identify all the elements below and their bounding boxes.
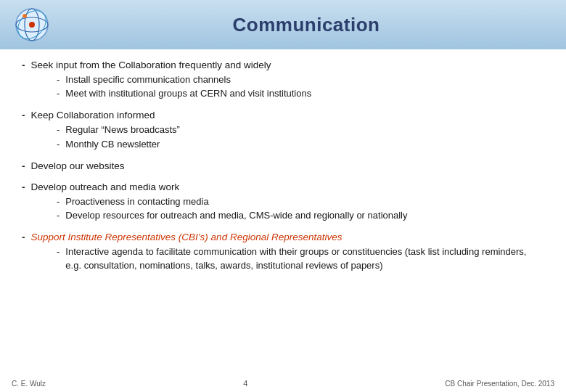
svg-point-5	[22, 14, 27, 18]
bullet-sub-4-1: - Proactiveness in contacting media	[57, 195, 544, 209]
dash-sub-4-1: -	[57, 195, 60, 209]
bullet-section-5: - Support Institute Representatives (CBI…	[22, 230, 544, 272]
bullet-main-1: - Seek input from the Collaboration freq…	[22, 58, 544, 73]
svg-point-4	[29, 22, 35, 28]
dash-sub-1-2: -	[57, 87, 60, 101]
footer-date: CB Chair Presentation, Dec. 2013	[445, 380, 554, 388]
footer-author: C. E. Wulz	[12, 380, 46, 388]
dash-sub-2-1: -	[57, 123, 60, 137]
bullet-sub-text-2-1: Regular “News broadcasts”	[65, 123, 544, 137]
bullet-section-4: - Develop outreach and media work - Proa…	[22, 180, 544, 223]
dash-3: -	[22, 159, 25, 173]
dash-sub-1-1: -	[57, 73, 60, 87]
bullet-main-3: - Develop our websites	[22, 159, 544, 173]
bullet-sub-text-5-1: Interactive agenda to facilitate communi…	[65, 245, 544, 273]
bullet-text-4: Develop outreach and media work	[31, 180, 545, 195]
bullet-main-4: - Develop outreach and media work	[22, 180, 544, 195]
footer-page-number: 4	[243, 379, 247, 388]
dash-4: -	[22, 180, 25, 195]
bullet-text-5: Support Institute Representatives (CBI’s…	[31, 230, 545, 245]
bullet-sub-text-1-1: Install specific communication channels	[65, 73, 544, 87]
dash-sub-2-2: -	[57, 138, 60, 152]
header: Communication	[0, 0, 566, 49]
logo-icon	[15, 7, 49, 42]
bullet-sub-text-4-2: Develop resources for outreach and media…	[65, 209, 544, 223]
bullet-sub-4-2: - Develop resources for outreach and med…	[57, 209, 544, 223]
bullet-main-2: - Keep Collaboration informed	[22, 108, 544, 123]
footer: C. E. Wulz 4 CB Chair Presentation, Dec.…	[0, 376, 566, 392]
bullet-sub-text-2-2: Monthly CB newsletter	[65, 138, 544, 152]
bullet-sub-2-2: - Monthly CB newsletter	[57, 138, 544, 152]
bullet-text-3: Develop our websites	[31, 159, 545, 173]
slide: Communication - Seek input from the Coll…	[0, 0, 566, 392]
page-title: Communication	[61, 14, 551, 36]
bullet-sub-2-1: - Regular “News broadcasts”	[57, 123, 544, 137]
dash-1: -	[22, 58, 25, 73]
dash-5: -	[22, 230, 25, 245]
bullet-text-2: Keep Collaboration informed	[31, 108, 545, 123]
bullet-text-1: Seek input from the Collaboration freque…	[31, 58, 545, 73]
dash-sub-5-1: -	[57, 245, 60, 259]
dash-2: -	[22, 108, 25, 123]
bullet-section-2: - Keep Collaboration informed - Regular …	[22, 108, 544, 151]
bullet-section-3: - Develop our websites	[22, 159, 544, 173]
bullet-sub-text-1-2: Meet with institutional groups at CERN a…	[65, 87, 544, 101]
bullet-main-5: - Support Institute Representatives (CBI…	[22, 230, 544, 245]
bullet-sub-1-2: - Meet with institutional groups at CERN…	[57, 87, 544, 101]
bullet-sub-text-4-1: Proactiveness in contacting media	[65, 195, 544, 209]
content-area: - Seek input from the Collaboration freq…	[0, 49, 566, 376]
bullet-sub-5-1: - Interactive agenda to facilitate commu…	[57, 245, 544, 273]
bullet-section-1: - Seek input from the Collaboration freq…	[22, 58, 544, 101]
dash-sub-4-2: -	[57, 209, 60, 223]
bullet-sub-1-1: - Install specific communication channel…	[57, 73, 544, 87]
